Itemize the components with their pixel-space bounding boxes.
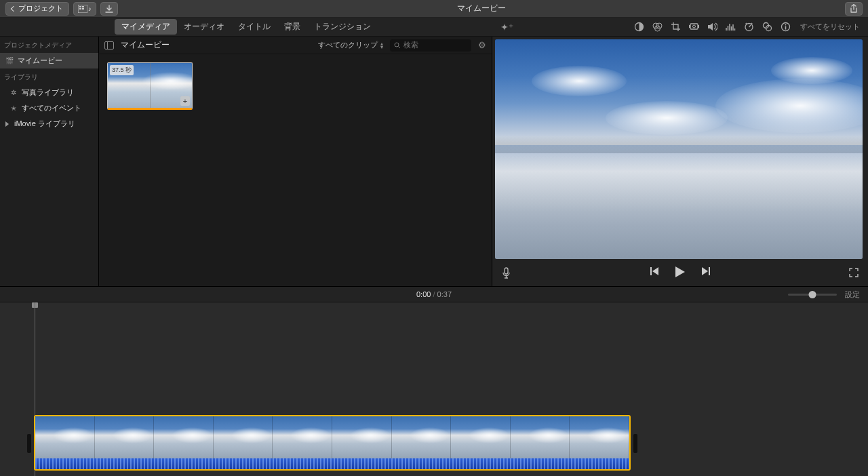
svg-point-17 bbox=[785, 24, 787, 26]
tab-background[interactable]: 背景 bbox=[277, 19, 307, 35]
svg-rect-3 bbox=[79, 8, 81, 9]
sidebar-toggle-button[interactable] bbox=[104, 41, 114, 49]
play-button[interactable] bbox=[675, 266, 685, 279]
sidebar-item-all-events[interactable]: ✭ すべてのイベント bbox=[0, 100, 98, 116]
filter-icon[interactable] bbox=[762, 22, 772, 32]
preview-canvas[interactable] bbox=[495, 39, 863, 259]
tab-audio[interactable]: オーディオ bbox=[177, 19, 231, 35]
timeline-clip[interactable] bbox=[34, 415, 631, 471]
music-note-icon: ♪ bbox=[88, 5, 92, 12]
svg-rect-4 bbox=[82, 8, 84, 9]
speed-icon[interactable] bbox=[744, 22, 754, 32]
timeline-frames bbox=[35, 416, 629, 458]
crop-icon[interactable] bbox=[671, 22, 681, 32]
clip-trim-handle-left[interactable] bbox=[27, 434, 31, 453]
updown-icon: ▴▾ bbox=[380, 42, 383, 49]
sidebar-label: 写真ライブラリ bbox=[22, 87, 74, 98]
volume-icon[interactable] bbox=[707, 22, 717, 31]
tab-transition[interactable]: トランジション bbox=[307, 19, 378, 35]
star-icon: ✭ bbox=[9, 104, 18, 112]
add-clip-button[interactable]: + bbox=[180, 96, 190, 106]
play-icon bbox=[675, 266, 685, 277]
clip-trim-handle-right[interactable] bbox=[633, 434, 637, 453]
clip-thumbnail[interactable]: 37.5 秒 + bbox=[107, 62, 193, 110]
search-placeholder: 検索 bbox=[403, 40, 418, 50]
window-title: マイムービー bbox=[118, 3, 846, 14]
sidebar-item-my-movie[interactable]: 🎬 マイムービー bbox=[0, 53, 98, 68]
timeline[interactable] bbox=[0, 302, 868, 476]
svg-rect-18 bbox=[785, 26, 787, 30]
color-correction-icon[interactable] bbox=[652, 22, 663, 32]
svg-rect-19 bbox=[105, 41, 114, 49]
sidebar-heading-library: ライブラリ bbox=[0, 68, 98, 85]
clip-filter-label: すべてのクリップ bbox=[318, 40, 378, 50]
flower-icon: ✲ bbox=[9, 89, 18, 96]
search-icon bbox=[394, 42, 401, 49]
total-time: 0:37 bbox=[437, 290, 452, 298]
svg-rect-12 bbox=[698, 25, 699, 28]
timeline-time: 0:00 / 0:37 bbox=[416, 290, 452, 298]
timeline-audio-track[interactable] bbox=[35, 458, 629, 471]
zoom-thumb[interactable] bbox=[809, 291, 816, 298]
adjustment-toolbar: ✦⁺ すべてをリセット bbox=[492, 22, 868, 33]
fullscreen-button[interactable] bbox=[849, 268, 859, 277]
sidebar-label: iMovie ライブラリ bbox=[14, 119, 75, 129]
download-arrow-icon bbox=[105, 5, 113, 13]
zoom-slider[interactable] bbox=[788, 294, 837, 296]
current-time: 0:00 bbox=[416, 290, 431, 298]
disclosure-triangle-icon bbox=[5, 121, 9, 127]
viewer-controls bbox=[492, 259, 868, 286]
gear-icon[interactable]: ⚙ bbox=[478, 40, 486, 50]
sidebar-item-photo-library[interactable]: ✲ 写真ライブラリ bbox=[0, 85, 98, 100]
back-label: プロジェクト bbox=[18, 3, 63, 14]
search-input[interactable]: 検索 bbox=[390, 39, 471, 52]
svg-rect-24 bbox=[650, 267, 652, 275]
browser-title: マイムービー bbox=[121, 39, 170, 51]
reset-all-button[interactable]: すべてをリセット bbox=[800, 22, 860, 32]
clip-filter-dropdown[interactable]: すべてのクリップ ▴▾ bbox=[318, 40, 383, 50]
svg-line-22 bbox=[399, 46, 401, 48]
clip-divider bbox=[150, 63, 151, 108]
noise-reduction-icon[interactable] bbox=[726, 22, 736, 31]
info-icon[interactable] bbox=[781, 22, 791, 32]
sidebar-label: すべてのイベント bbox=[22, 103, 81, 113]
svg-rect-2 bbox=[82, 6, 84, 7]
sidebar-label: マイムービー bbox=[18, 56, 62, 66]
svg-rect-11 bbox=[689, 25, 690, 28]
media-tabs: マイメディア オーディオ タイトル 背景 トランジション bbox=[0, 19, 492, 35]
media-browser: マイムービー すべてのクリップ ▴▾ 検索 ⚙ 37.5 秒 + bbox=[99, 37, 492, 286]
preview-image bbox=[495, 39, 863, 259]
skip-previous-button[interactable] bbox=[650, 266, 659, 279]
titlebar-left: プロジェクト ♪ bbox=[5, 2, 118, 16]
media-tabs-row: マイメディア オーディオ タイトル 背景 トランジション ✦⁺ すべてをリセット bbox=[0, 18, 868, 37]
svg-point-21 bbox=[395, 43, 399, 47]
stabilization-icon[interactable] bbox=[689, 22, 699, 31]
library-view-button[interactable]: ♪ bbox=[73, 2, 96, 16]
sidebar: プロジェクトメディア 🎬 マイムービー ライブラリ ✲ 写真ライブラリ ✭ すべ… bbox=[0, 37, 99, 286]
auto-enhance-icon[interactable]: ✦⁺ bbox=[500, 22, 513, 33]
back-to-projects-button[interactable]: プロジェクト bbox=[5, 2, 69, 16]
clip-duration-badge: 37.5 秒 bbox=[110, 65, 134, 75]
tab-my-media[interactable]: マイメディア bbox=[115, 19, 177, 35]
clapperboard-icon: 🎬 bbox=[5, 57, 14, 64]
tab-title[interactable]: タイトル bbox=[231, 19, 277, 35]
svg-point-10 bbox=[693, 25, 696, 28]
browser-header: マイムービー すべてのクリップ ▴▾ 検索 ⚙ bbox=[99, 37, 492, 54]
sidebar-heading-project-media: プロジェクトメディア bbox=[0, 37, 98, 53]
filmstrip-icon bbox=[78, 5, 87, 13]
share-button[interactable] bbox=[845, 2, 863, 16]
timeline-header: 0:00 / 0:37 設定 bbox=[0, 286, 868, 302]
voiceover-button[interactable] bbox=[502, 267, 511, 279]
svg-rect-23 bbox=[505, 268, 508, 274]
share-icon bbox=[850, 4, 858, 13]
import-button[interactable] bbox=[100, 2, 118, 16]
main-area: プロジェクトメディア 🎬 マイムービー ライブラリ ✲ 写真ライブラリ ✭ すべ… bbox=[0, 37, 868, 286]
color-balance-icon[interactable] bbox=[634, 22, 644, 32]
timeline-settings-button[interactable]: 設定 bbox=[845, 290, 860, 300]
browser-body: 37.5 秒 + bbox=[99, 54, 492, 286]
viewer-panel bbox=[492, 37, 868, 286]
sidebar-item-imovie-library[interactable]: iMovie ライブラリ bbox=[0, 116, 98, 132]
chevron-left-icon bbox=[11, 5, 16, 11]
svg-rect-1 bbox=[79, 6, 81, 7]
skip-next-button[interactable] bbox=[701, 266, 711, 279]
